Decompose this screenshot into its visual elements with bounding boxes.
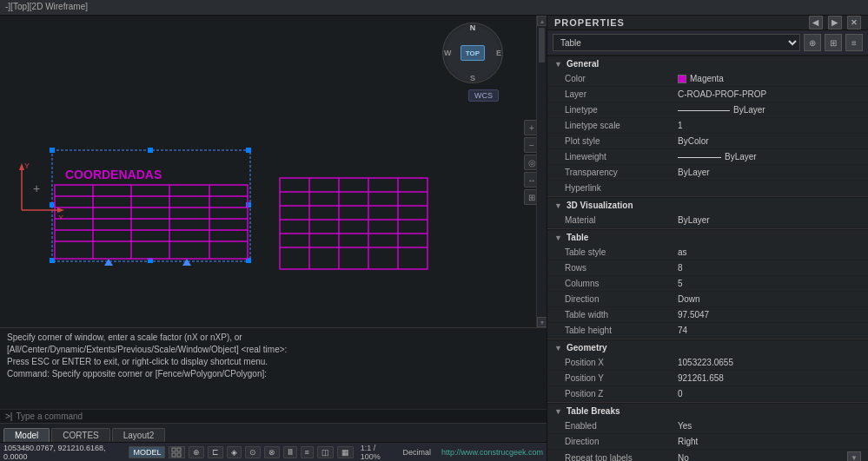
prop-row-linetype: Linetype ByLayer <box>547 102 868 118</box>
prop-value-tablewidth: 97.5047 <box>678 310 861 319</box>
section-table-arrow: ▼ <box>554 234 563 242</box>
svg-text:+: + <box>33 181 40 195</box>
repeat-top-row: No ▼ <box>678 451 861 461</box>
cmd-prompt: >| <box>5 412 12 421</box>
svg-rect-39 <box>172 448 176 451</box>
props-prev-btn[interactable]: ◀ <box>809 16 823 30</box>
command-line: Specify corner of window, enter a scale … <box>0 327 547 423</box>
status-otrack-btn[interactable]: ⊗ <box>264 446 280 458</box>
prop-value-tablestyle: as <box>678 247 861 257</box>
wcs-label[interactable]: WCS <box>468 89 499 102</box>
prop-row-transparency: Transparency ByLayer <box>547 165 868 181</box>
tab-cortes[interactable]: CORTES <box>51 428 110 442</box>
scroll-up-btn[interactable]: ▲ <box>537 16 547 26</box>
cmd-input-row: >| <box>0 409 547 423</box>
prop-label-lineweight: Lineweight <box>565 152 678 161</box>
status-snap-btn[interactable]: ⊕ <box>189 446 204 458</box>
lineweight-line <box>678 157 721 158</box>
svg-text:X: X <box>58 214 63 219</box>
table-drawing-secondary[interactable] <box>278 176 430 272</box>
status-trans-btn[interactable]: ◫ <box>317 446 334 458</box>
status-decimal: Decimal <box>402 448 431 457</box>
linetype-line <box>678 110 730 111</box>
svg-marker-36 <box>57 207 64 213</box>
status-coords: 1053480.0767, 921210.6168, 0.0000 <box>3 444 118 461</box>
prop-label-hyperlink: Hyperlink <box>565 183 678 193</box>
svg-marker-9 <box>104 259 113 266</box>
table-drawing-main[interactable]: COORDENADAS <box>48 146 256 267</box>
tab-layout2[interactable]: Layout2 <box>112 428 166 442</box>
svg-rect-3 <box>246 148 251 153</box>
cmd-input[interactable] <box>16 412 541 421</box>
section-tablebreaks-header[interactable]: ▼ Table Breaks <box>547 404 868 418</box>
prop-object-selector[interactable]: Table <box>553 34 800 51</box>
section-3d-arrow: ▼ <box>554 201 563 210</box>
svg-rect-40 <box>177 448 181 451</box>
svg-marker-10 <box>182 259 191 266</box>
main-layout: N S E W TOP WCS + − ◎ ↔ ⊞ <box>0 16 868 461</box>
scroll-thumb[interactable] <box>539 28 545 63</box>
repeat-top-dropdown[interactable]: ▼ <box>847 451 861 461</box>
scroll-down-btn[interactable]: ▼ <box>537 317 547 327</box>
section-geometry: ▼ Geometry Position X 1053223.0655 Posit… <box>547 339 868 403</box>
status-ortho-btn[interactable]: ⊏ <box>208 446 223 458</box>
status-osnap-btn[interactable]: ⊙ <box>245 446 261 458</box>
status-model-btn[interactable]: MODEL <box>129 446 165 458</box>
cmd-output: Specify corner of window, enter a scale … <box>0 328 547 409</box>
compass-north: N <box>470 23 476 32</box>
cmd-line-1: Specify corner of window, enter a scale … <box>7 332 540 344</box>
prop-row-columns: Columns 5 <box>547 276 868 292</box>
section-general: ▼ General Color Magenta Layer C-ROAD-PRO… <box>547 56 868 197</box>
prop-value-columns: 5 <box>678 279 861 288</box>
grid-icon[interactable] <box>169 446 184 458</box>
prop-toggle-btn[interactable]: ≡ <box>845 34 863 51</box>
prop-value-lineweight: ByLayer <box>678 152 861 161</box>
prop-label-repeat-top: Repeat top labels <box>565 453 678 462</box>
props-close-btn[interactable]: ✕ <box>847 16 861 30</box>
section-3d-header[interactable]: ▼ 3D Visualization <box>547 198 868 213</box>
status-lw-btn[interactable]: ≡ <box>301 446 314 458</box>
prop-value-transparency: ByLayer <box>678 168 861 177</box>
compass-south: S <box>470 74 475 82</box>
section-table-header[interactable]: ▼ Table <box>547 230 868 245</box>
prop-label-break-dir: Direction <box>565 437 678 446</box>
prop-value-plotstyle: ByColor <box>678 136 861 146</box>
status-polar-btn[interactable]: ◈ <box>227 446 242 458</box>
compass-center[interactable]: TOP <box>461 45 485 61</box>
compass: N S E W TOP <box>442 23 503 83</box>
section-geometry-header[interactable]: ▼ Geometry <box>547 340 868 355</box>
prop-row-tablewidth: Table width 97.5047 <box>547 307 868 323</box>
tab-model[interactable]: Model <box>3 428 50 442</box>
prop-label-transparency: Transparency <box>565 168 678 177</box>
prop-row-posx: Position X 1053223.0655 <box>547 355 868 371</box>
prop-select-btn[interactable]: ⊞ <box>825 34 842 51</box>
prop-row-plotstyle: Plot style ByColor <box>547 134 868 149</box>
props-next-btn[interactable]: ▶ <box>828 16 842 30</box>
prop-row-ltscale: Linetype scale 1 <box>547 118 868 134</box>
status-dynin-btn[interactable]: Ⅲ <box>283 446 297 458</box>
prop-label-linetype: Linetype <box>565 105 678 115</box>
section-table: ▼ Table Table style as Rows 8 Columns 5 … <box>547 229 868 339</box>
prop-pick-btn[interactable]: ⊕ <box>804 34 821 51</box>
prop-value-break-dir: Right <box>678 437 861 446</box>
canvas-area[interactable]: N S E W TOP WCS + − ◎ ↔ ⊞ <box>0 16 547 327</box>
viewport-scrollbar[interactable]: ▲ ▼ <box>536 16 547 327</box>
compass-west: W <box>444 49 452 57</box>
status-sel-btn[interactable]: ▦ <box>337 446 354 458</box>
status-bar: 1053480.0767, 921210.6168, 0.0000 MODEL … <box>0 442 547 461</box>
prop-label-color: Color <box>565 74 678 83</box>
svg-text:Y: Y <box>24 161 30 170</box>
svg-rect-1 <box>50 148 55 153</box>
svg-text:COORDENADAS: COORDENADAS <box>65 168 162 181</box>
section-general-header[interactable]: ▼ General <box>547 56 868 71</box>
prop-value-tableheight: 74 <box>678 326 861 335</box>
section-general-arrow: ▼ <box>554 60 563 69</box>
svg-rect-5 <box>246 202 251 207</box>
prop-label-posz: Position Z <box>565 389 678 398</box>
section-tablebreaks: ▼ Table Breaks Enabled Yes Direction Rig… <box>547 403 868 461</box>
prop-label-direction: Direction <box>565 294 678 304</box>
prop-label-rows: Rows <box>565 263 678 273</box>
prop-value-direction: Down <box>678 294 861 304</box>
section-3d-label: 3D Visualization <box>567 201 633 210</box>
prop-label-layer: Layer <box>565 89 678 99</box>
